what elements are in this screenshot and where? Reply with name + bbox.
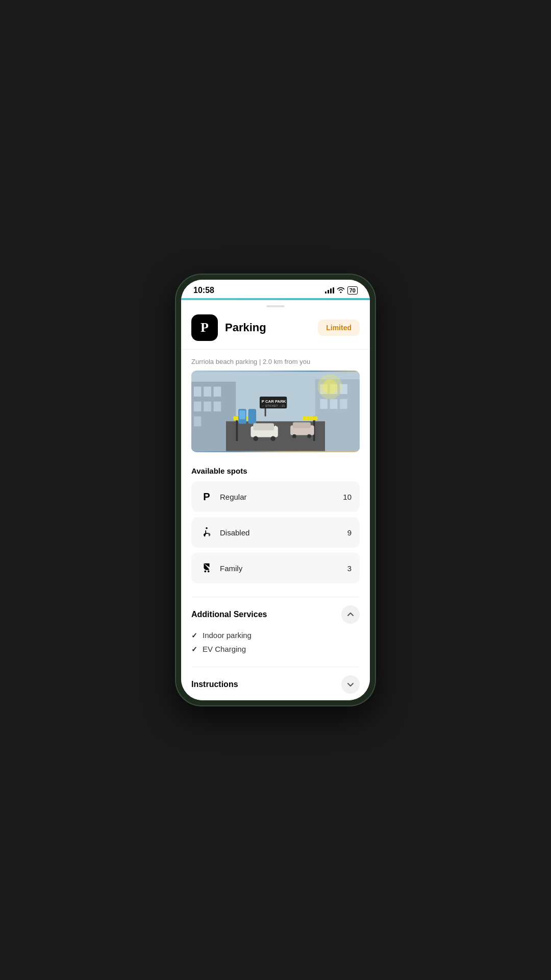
chevron-down-icon xyxy=(346,680,355,689)
spot-label-regular: Regular xyxy=(220,493,343,501)
drag-handle xyxy=(181,300,370,310)
svg-rect-8 xyxy=(194,416,202,426)
location-text: Zurriola beach parking | 2.0 km from you xyxy=(191,358,360,365)
services-title: Additional Services xyxy=(191,610,267,619)
svg-rect-3 xyxy=(204,386,211,396)
spot-row-regular: P Regular 10 xyxy=(191,481,360,512)
parking-image: P CAR PARK ← ETICKET →21 xyxy=(191,371,360,452)
spot-count-regular: 10 xyxy=(343,493,352,501)
spot-label-disabled: Disabled xyxy=(220,528,347,537)
wifi-icon xyxy=(337,286,345,295)
checkmark-icon: ✓ xyxy=(191,631,197,640)
svg-rect-6 xyxy=(204,402,211,411)
location-section: Zurriola beach parking | 2.0 km from you xyxy=(181,350,370,458)
scroll-content[interactable]: P Parking Limited Zurriola beach parking… xyxy=(181,300,370,700)
service-label-ev: EV Charging xyxy=(203,645,246,653)
svg-point-41 xyxy=(204,571,206,573)
service-item-ev: ✓ EV Charging xyxy=(191,645,360,653)
svg-rect-15 xyxy=(340,399,347,409)
instructions-section: Instructions xyxy=(181,667,370,700)
svg-text:← ETICKET  →21: ← ETICKET →21 xyxy=(262,404,285,407)
svg-point-39 xyxy=(322,379,337,394)
header-title: Parking xyxy=(225,321,318,334)
svg-rect-31 xyxy=(293,422,311,428)
spot-label-family: Family xyxy=(220,564,347,573)
spot-row-disabled: Disabled 9 xyxy=(191,517,360,548)
battery-icon: 70 xyxy=(347,286,358,295)
service-label-indoor: Indoor parking xyxy=(203,631,252,640)
status-icons: 70 xyxy=(325,286,358,295)
spot-count-family: 3 xyxy=(347,564,352,573)
instructions-header: Instructions xyxy=(191,675,360,694)
header: P Parking Limited xyxy=(181,310,370,350)
svg-rect-5 xyxy=(194,402,202,411)
additional-services-section: Additional Services ✓ Indoor parking ✓ E… xyxy=(181,597,370,667)
services-header: Additional Services xyxy=(191,605,360,624)
parking-p-icon: P xyxy=(199,489,214,504)
svg-rect-14 xyxy=(330,399,338,409)
svg-rect-13 xyxy=(320,399,328,409)
svg-point-32 xyxy=(292,434,296,438)
svg-rect-25 xyxy=(248,409,257,424)
svg-rect-7 xyxy=(214,402,221,411)
svg-rect-2 xyxy=(194,386,202,396)
parking-logo-p: P xyxy=(201,320,209,335)
chevron-up-icon xyxy=(346,610,355,619)
status-bar: 10:58 70 xyxy=(181,280,370,298)
svg-rect-4 xyxy=(214,386,221,396)
svg-point-28 xyxy=(253,436,258,442)
svg-text:P CAR PARK: P CAR PARK xyxy=(262,399,286,404)
spots-title: Available spots xyxy=(191,467,360,475)
service-item-indoor: ✓ Indoor parking xyxy=(191,631,360,640)
spots-section: Available spots P Regular 10 xyxy=(181,458,370,597)
svg-point-33 xyxy=(307,434,311,438)
instructions-chevron-button[interactable] xyxy=(341,675,360,694)
checkmark-icon-ev: ✓ xyxy=(191,645,197,653)
wheelchair-icon xyxy=(199,525,214,540)
svg-point-40 xyxy=(206,527,208,529)
instructions-title: Instructions xyxy=(191,680,238,689)
svg-rect-27 xyxy=(253,423,274,430)
svg-rect-22 xyxy=(303,416,317,421)
status-badge: Limited xyxy=(318,320,360,336)
spot-count-disabled: 9 xyxy=(347,528,352,537)
signal-icon xyxy=(325,287,334,293)
svg-point-42 xyxy=(208,571,210,573)
status-time: 10:58 xyxy=(193,286,214,295)
spot-row-family: Family 3 xyxy=(191,553,360,583)
svg-rect-24 xyxy=(239,410,245,419)
parking-logo: P xyxy=(191,314,218,341)
stroller-icon xyxy=(199,561,214,575)
svg-point-29 xyxy=(270,436,276,442)
services-chevron-button[interactable] xyxy=(341,605,360,624)
